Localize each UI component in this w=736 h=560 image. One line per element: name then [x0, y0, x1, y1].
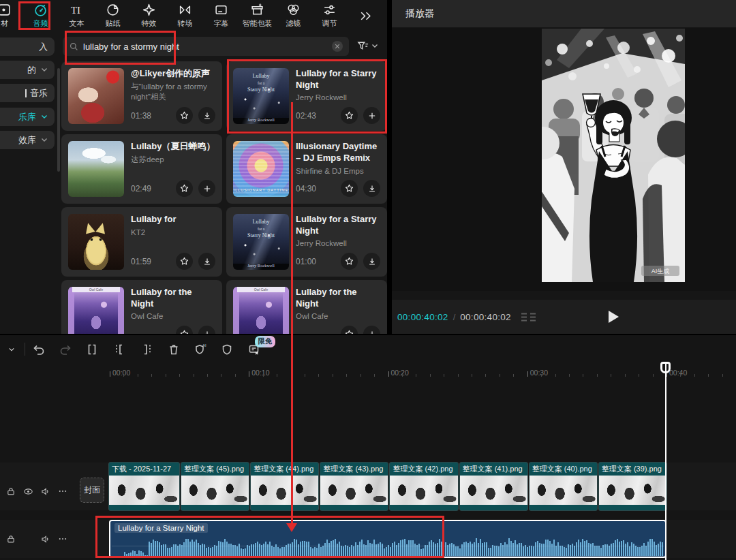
media-icon [0, 3, 12, 17]
sidebar-scrollbar[interactable] [57, 68, 60, 172]
ruler-tick [708, 374, 709, 377]
adjust-icon [322, 3, 337, 17]
toolbar-item-label: 调节 [322, 18, 337, 29]
video-more-icon[interactable] [57, 486, 68, 497]
toolbar-item-audio[interactable]: 音频 [22, 1, 59, 31]
toolbar-item-sticker[interactable]: 贴纸 [95, 1, 131, 31]
ruler-tick [694, 374, 695, 377]
song-artist: KT2 [131, 228, 215, 238]
favorite-button[interactable] [176, 180, 193, 197]
video-clip-0[interactable]: 下载 - 2025-11-27 [109, 463, 179, 510]
trim-left-icon[interactable] [112, 342, 127, 357]
audio-clip[interactable]: Lullaby for a Starry Night [109, 520, 666, 558]
download-button[interactable] [198, 253, 215, 270]
album-art [68, 68, 124, 124]
toolbar-item-effects[interactable]: 特效 [131, 1, 167, 31]
play-button[interactable] [609, 311, 619, 323]
song-duration: 01:38 [131, 111, 151, 121]
search-input[interactable] [83, 42, 328, 52]
sidebar-item-2[interactable]: 音乐 [0, 84, 55, 102]
audio-mute-icon[interactable] [40, 533, 50, 544]
toolbar-item-text[interactable]: TI文本 [59, 1, 95, 31]
filter-button[interactable] [356, 40, 378, 52]
audio-library-panel: 材音频TI文本贴纸特效转场字幕智能包装滤镜调节 入的音乐乐库效库 @Likyer… [0, 0, 387, 334]
toolbar-item-filter[interactable]: 滤镜 [275, 1, 311, 31]
video-clip-4[interactable]: 整理文案 (42).png [390, 463, 457, 510]
ruler-tick [221, 374, 221, 377]
sidebar-item-4[interactable]: 效库 [0, 131, 55, 149]
redo-icon[interactable] [58, 342, 73, 357]
video-mute-icon[interactable] [40, 486, 50, 497]
toolbar-item-media[interactable]: 材 [0, 1, 22, 31]
favorite-button[interactable] [341, 180, 358, 197]
download-button[interactable] [363, 180, 380, 197]
music-card-0[interactable]: @Likyer创作的原声与“lullaby for a stormy night… [61, 61, 222, 131]
toolbar-item-transition[interactable]: 转场 [167, 1, 203, 31]
music-card-1[interactable]: Lullabyfor aStarry NightJerry RockwellLu… [226, 61, 387, 131]
layout-toggle-icon[interactable] [521, 312, 537, 322]
clip-thumbnail [251, 476, 318, 505]
delete-icon[interactable] [166, 342, 181, 357]
video-clip-7[interactable]: 整理文案 (39).png [599, 463, 666, 510]
mask-icon[interactable] [219, 342, 234, 357]
favorite-button[interactable] [341, 253, 358, 270]
music-card-6[interactable]: Owl CafeLullaby for the NightOwl Cafe [61, 280, 222, 334]
sidebar-item-3[interactable]: 乐库 [0, 108, 55, 126]
ruler-tick [458, 374, 459, 377]
toolbar-item-smartpack[interactable]: 智能包装 [239, 1, 275, 31]
toolbar-expand-button[interactable] [348, 1, 384, 31]
preview-area: AI生成 [392, 28, 736, 291]
video-clip-3[interactable]: 整理文案 (43).png [320, 463, 388, 510]
clip-filename: 整理文案 (43).png [320, 463, 388, 476]
toolbar-item-captions[interactable]: 字幕 [203, 1, 239, 31]
download-button[interactable] [198, 326, 215, 334]
music-card-4[interactable]: Lullaby forKT201:59 [61, 207, 222, 277]
video-clip-5[interactable]: 整理文案 (41).png [460, 463, 527, 510]
video-lock-icon[interactable] [5, 486, 16, 497]
clip-filename: 整理文案 (40).png [530, 463, 597, 476]
song-duration: 01:00 [296, 257, 316, 266]
add-to-timeline-button[interactable] [363, 107, 380, 124]
music-card-5[interactable]: Lullabyfor aStarry NightJerry RockwellLu… [226, 207, 387, 277]
add-to-timeline-button[interactable] [198, 180, 215, 197]
clip-thumbnail [530, 476, 597, 505]
music-card-7[interactable]: Owl CafeLullaby for the NightOwl Cafe [226, 280, 387, 334]
timeline-menu-chevron-icon[interactable] [4, 342, 19, 357]
song-artist: Owl Cafe [296, 311, 380, 322]
sidebar-item-1[interactable]: 的 [0, 61, 55, 79]
download-button[interactable] [198, 107, 215, 124]
album-art-artist: Jerry Rockwell [233, 117, 289, 122]
video-clip-1[interactable]: 整理文案 (45).png [181, 463, 249, 510]
player-title: 播放器 [405, 7, 434, 20]
audio-lock-icon[interactable] [5, 533, 16, 544]
song-artist: Jerry Rockwell [296, 93, 380, 104]
favorite-button[interactable] [176, 326, 193, 334]
favorite-button[interactable] [176, 107, 193, 124]
favorite-button[interactable] [176, 253, 193, 270]
cover-button[interactable]: 封面 [80, 478, 104, 503]
video-visibility-icon[interactable] [22, 486, 33, 497]
song-duration: 04:30 [296, 184, 316, 193]
clear-search-icon[interactable] [332, 41, 343, 52]
download-button[interactable] [363, 326, 380, 334]
split-icon[interactable] [85, 342, 99, 357]
ruler-label: 00:10 [251, 369, 269, 377]
playhead-line[interactable] [665, 363, 666, 560]
music-card-2[interactable]: Lullaby（夏日蝉鸣）达苏deep02:49 [61, 134, 222, 204]
playhead-handle[interactable] [660, 362, 671, 373]
undo-icon[interactable] [31, 342, 46, 357]
video-clip-6[interactable]: 整理文案 (40).png [530, 463, 597, 510]
sidebar-item-0[interactable]: 入 [0, 37, 55, 56]
toolbar-item-adjust[interactable]: 调节 [311, 1, 348, 31]
audio-waveform [112, 531, 664, 556]
music-card-3[interactable]: ILLUSIONARY DAYTIMEIllusionary Daytime –… [226, 134, 387, 204]
album-art [68, 214, 124, 270]
video-clip-2[interactable]: 整理文案 (44).png [251, 463, 318, 510]
ruler-tick [333, 374, 333, 377]
favorite-button[interactable] [341, 326, 358, 334]
download-button[interactable] [363, 253, 380, 270]
favorite-button[interactable] [341, 107, 358, 124]
trim-right-icon[interactable] [140, 342, 155, 357]
audio-more-icon[interactable] [57, 533, 68, 544]
smart-mask-ai-icon[interactable]: AI [193, 342, 208, 357]
